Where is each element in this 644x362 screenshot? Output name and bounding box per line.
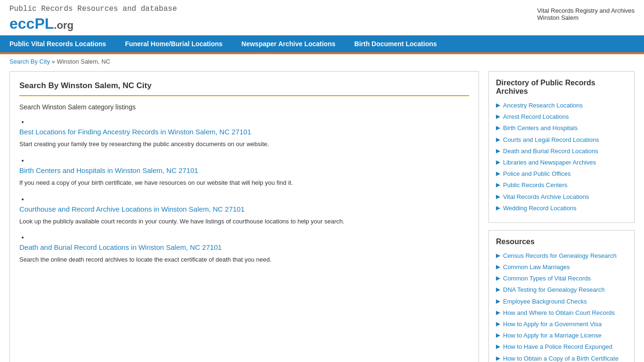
sidebar-link-item: ▶Census Records for Genealogy Research [496,252,627,260]
arrow-icon: ▶ [496,136,500,143]
arrow-icon: ▶ [496,124,500,131]
logo-ecc: ecc [9,15,34,32]
sidebar-link[interactable]: Employee Background Checks [503,297,587,306]
arrow-icon: ▶ [496,193,500,200]
section-desc: If you need a copy of your birth certifi… [19,178,469,188]
arrow-icon: ▶ [496,275,500,281]
breadcrumb-separator: » [50,58,57,65]
header-right: Vital Records Registry and Archives Wins… [537,5,635,21]
content-sections: Best Locations for Finding Ancestry Reco… [19,118,469,265]
sidebar-link[interactable]: Ancestry Research Locations [503,101,583,110]
section-link[interactable]: Courthouse and Record Archive Locations … [19,205,245,213]
sidebar-link[interactable]: DNA Testing for Genealogy Research [503,286,605,294]
bullet-dot [29,195,469,203]
content-subtitle: Search Winston Salem category listings [19,103,469,111]
sidebar-link-item: ▶Common Law Marriages [496,263,627,272]
breadcrumb-link[interactable]: Search By City [9,58,50,65]
nav-item[interactable]: Public Vital Records Locations [0,35,116,52]
sidebar-link[interactable]: Libraries and Newspaper Archives [503,158,596,167]
sidebar-link-item: ▶Arrest Record Locations [496,113,627,121]
section-desc: Start creating your family tree by resea… [19,140,469,149]
section-link[interactable]: Birth Centers and Hospitals in Winston S… [19,166,198,174]
sidebar-link-item: ▶How to Apply for a Marriage License [496,331,627,340]
arrow-icon: ▶ [496,252,500,259]
sidebar-link[interactable]: Courts and Legal Record Locations [503,136,599,144]
resources-box: Resources ▶Census Records for Genealogy … [488,230,635,362]
sidebar-link[interactable]: Census Records for Genealogy Research [503,252,617,260]
sidebar-link-item: ▶Birth Centers and Hospitals [496,124,627,132]
sidebar-link-item: ▶Employee Background Checks [496,297,627,306]
breadcrumb: Search By City » Winston Salem, NC [0,54,644,69]
arrow-icon: ▶ [496,309,500,316]
sidebar-link[interactable]: Police and Public Offices [503,170,571,178]
sidebar-link-item: ▶Public Records Centers [496,181,627,189]
content-section: Best Locations for Finding Ancestry Reco… [19,128,469,149]
sidebar-link-item: ▶Ancestry Research Locations [496,101,627,110]
sidebar-link[interactable]: Arrest Record Locations [503,113,569,121]
sidebar-link[interactable]: How and Where to Obtain Court Records [503,309,615,317]
section-link[interactable]: Death and Burial Record Locations in Win… [19,243,222,251]
sidebar-link-item: ▶Death and Burial Record Locations [496,147,627,156]
arrow-icon: ▶ [496,113,500,120]
arrow-icon: ▶ [496,263,500,270]
section-desc: Search the online death record archives … [19,255,469,265]
sidebar-link-item: ▶Courts and Legal Record Locations [496,136,627,144]
header: Public Records Resources and database ec… [0,0,644,33]
sidebar-link[interactable]: How to Have a Police Record Expunged [503,343,612,351]
breadcrumb-current: Winston Salem, NC [57,58,110,65]
content-title: Search By Winston Salem, NC City [19,81,469,96]
sidebar-link[interactable]: Common Law Marriages [503,263,570,272]
header-registry: Vital Records Registry and Archives [537,7,635,14]
sidebar-link-item: ▶How to Have a Police Record Expunged [496,343,627,351]
arrow-icon: ▶ [496,102,500,108]
section-link[interactable]: Best Locations for Finding Ancestry Reco… [19,128,251,136]
arrow-icon: ▶ [496,321,500,327]
sidebar-link-item: ▶Libraries and Newspaper Archives [496,158,627,167]
section-desc: Look up the publicly available court rec… [19,217,469,227]
sidebar-link[interactable]: Vital Records Archive Locations [503,193,589,201]
nav-item[interactable]: Funeral Home/Burial Locations [116,35,232,52]
sidebar-link[interactable]: How to Apply for a Government Visa [503,320,602,329]
nav-item[interactable]: Birth Document Locations [345,35,446,52]
sidebar-link-item: ▶Vital Records Archive Locations [496,193,627,201]
arrow-icon: ▶ [496,298,500,304]
sidebar-link[interactable]: Birth Centers and Hospitals [503,124,578,132]
header-city: Winston Salem [537,14,635,21]
content-section: Birth Centers and Hospitals in Winston S… [19,166,469,188]
directory-title: Directory of Public Records Archives [496,79,627,96]
logo-area: Public Records Resources and database ec… [9,5,177,33]
content-section: Death and Burial Record Locations in Win… [19,243,469,265]
main-layout: Search By Winston Salem, NC City Search … [0,71,644,362]
arrow-icon: ▶ [496,205,500,211]
sidebar-link[interactable]: How to Apply for a Marriage License [503,331,602,340]
content-area: Search By Winston Salem, NC City Search … [9,71,479,362]
bullet-dot [29,156,469,164]
sidebar-link[interactable]: How to Obtain a Copy of a Birth Certific… [503,354,619,362]
sidebar: Directory of Public Records Archives ▶An… [488,71,635,362]
content-section: Courthouse and Record Archive Locations … [19,205,469,227]
arrow-icon: ▶ [496,343,500,350]
sidebar-link-item: ▶Police and Public Offices [496,170,627,178]
sidebar-link[interactable]: Public Records Centers [503,181,568,189]
sidebar-link-item: ▶How to Obtain a Copy of a Birth Certifi… [496,354,627,362]
arrow-icon: ▶ [496,159,500,165]
sidebar-link-item: ▶Wedding Record Locations [496,204,627,213]
resources-links: ▶Census Records for Genealogy Research▶C… [496,252,627,362]
directory-links: ▶Ancestry Research Locations▶Arrest Reco… [496,101,627,213]
sidebar-link[interactable]: Common Types of Vital Records [503,274,591,283]
bullet-dot [29,118,469,125]
arrow-icon: ▶ [496,332,500,338]
directory-box: Directory of Public Records Archives ▶An… [488,71,635,223]
nav-item[interactable]: Newspaper Archive Locations [232,35,345,52]
arrow-icon: ▶ [496,148,500,154]
sidebar-link[interactable]: Death and Burial Record Locations [503,147,598,156]
main-nav: Public Vital Records LocationsFuneral Ho… [0,35,644,52]
arrow-icon: ▶ [496,355,500,362]
sidebar-link-item: ▶Common Types of Vital Records [496,274,627,283]
sidebar-link-item: ▶How and Where to Obtain Court Records [496,309,627,317]
arrow-icon: ▶ [496,170,500,177]
site-tagline: Public Records Resources and database [9,5,177,13]
arrow-icon: ▶ [496,181,500,188]
logo-pl: PL [34,15,54,32]
sidebar-link[interactable]: Wedding Record Locations [503,204,577,213]
